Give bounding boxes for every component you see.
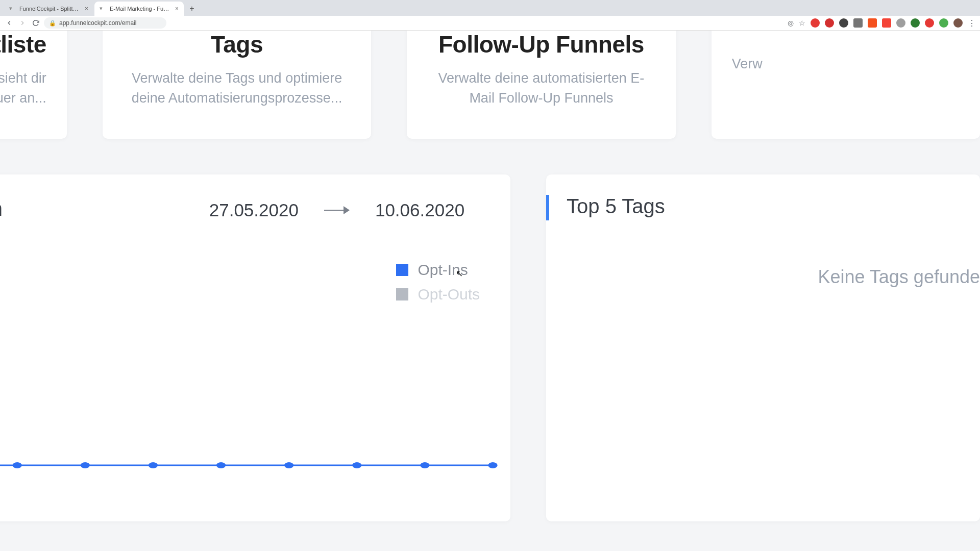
ext-icon[interactable] <box>911 18 920 28</box>
forward-button[interactable] <box>17 18 28 28</box>
card-desc-line: ktliste und sieht dir <box>0 70 46 86</box>
browser-chrome: ▾ FunnelCockpit - Splittests, M… × ▾ E-M… <box>0 0 980 31</box>
date-range-picker[interactable]: 27.05.2020 10.06.2020 <box>0 200 480 220</box>
date-from: 27.05.2020 <box>209 200 299 220</box>
svg-point-10 <box>352 462 361 468</box>
empty-state-text: Keine Tags gefunde <box>577 266 980 288</box>
tab-strip: ▾ FunnelCockpit - Splittests, M… × ▾ E-M… <box>0 0 980 16</box>
lock-icon: 🔒 <box>49 20 56 27</box>
card-desc: Verwalte deine Tags und optimiere deine … <box>123 68 351 108</box>
ext-icon[interactable] <box>811 18 820 28</box>
svg-point-11 <box>420 462 429 468</box>
cards-row: tliste ktliste und sieht dir enauer an..… <box>0 31 980 139</box>
panel-title-fragment: n <box>0 197 3 220</box>
star-icon[interactable]: ☆ <box>799 19 805 27</box>
card-title: Tags <box>123 31 351 58</box>
svg-point-9 <box>284 462 293 468</box>
svg-point-7 <box>149 462 158 468</box>
ext-icon[interactable] <box>825 18 834 28</box>
reload-button[interactable] <box>31 18 41 28</box>
card-followup-funnels[interactable]: Follow-Up Funnels Verwalte deine automat… <box>407 31 675 139</box>
menu-icon[interactable]: ⋮ <box>968 18 976 28</box>
card-desc: Verwalte deine automatisierten E-Mail Fo… <box>427 68 655 108</box>
legend-item-optouts[interactable]: Opt-Outs <box>396 286 480 303</box>
svg-point-12 <box>488 462 497 468</box>
address-bar: 🔒 app.funnelcockpit.com/email ◎ ☆ ⋮ <box>0 16 980 30</box>
ext-icon[interactable] <box>839 18 848 28</box>
legend-label: Opt-Ins <box>418 261 468 279</box>
url-text: app.funnelcockpit.com/email <box>59 19 136 27</box>
ext-icon[interactable] <box>868 18 877 28</box>
date-to: 10.06.2020 <box>375 200 464 220</box>
avatar[interactable] <box>953 18 963 28</box>
opt-in-chart-panel: n 27.05.2020 10.06.2020 Opt-Ins Opt-Outs <box>0 174 510 521</box>
card-title: Follow-Up Funnels <box>427 31 655 58</box>
ext-icon[interactable] <box>853 18 863 28</box>
arrow-right-icon <box>324 205 350 215</box>
ext-icon[interactable] <box>882 18 891 28</box>
svg-point-8 <box>216 462 226 468</box>
ext-icon[interactable] <box>939 18 948 28</box>
top-tags-panel: Top 5 Tags Keine Tags gefunde <box>546 174 980 521</box>
card-right-partial[interactable]: Verw <box>712 31 980 139</box>
tab-label: FunnelCockpit - Splittests, M… <box>19 6 81 12</box>
new-tab-button[interactable]: + <box>185 2 199 16</box>
chart-legend: Opt-Ins Opt-Outs <box>396 261 480 303</box>
card-desc-line: enauer an... <box>0 90 46 106</box>
svg-point-5 <box>12 462 21 468</box>
legend-label: Opt-Outs <box>418 286 480 303</box>
card-tags[interactable]: Tags Verwalte deine Tags und optimiere d… <box>103 31 371 139</box>
app-page: tliste ktliste und sieht dir enauer an..… <box>0 31 980 551</box>
url-field[interactable]: 🔒 app.funnelcockpit.com/email <box>44 17 166 29</box>
extension-icons: ◎ ☆ ⋮ <box>788 18 976 28</box>
optin-line-chart <box>0 460 495 470</box>
panel-title: Top 5 Tags <box>567 195 949 218</box>
site-info-icon[interactable]: ◎ <box>788 19 794 27</box>
funnel-favicon-icon: ▾ <box>100 5 107 12</box>
card-title: tliste <box>0 31 46 58</box>
card-desc: Verw <box>732 54 960 74</box>
accent-bar <box>546 195 549 220</box>
tab-email-marketing[interactable]: ▾ E-Mail Marketing - FunnelCoc… × <box>94 2 184 16</box>
card-kontaktliste[interactable]: tliste ktliste und sieht dir enauer an..… <box>0 31 67 139</box>
close-icon[interactable]: × <box>85 5 88 12</box>
square-icon <box>396 288 408 300</box>
square-icon <box>396 264 408 276</box>
panels-row: n 27.05.2020 10.06.2020 Opt-Ins Opt-Outs <box>0 174 980 521</box>
ext-icon[interactable] <box>925 18 934 28</box>
svg-point-6 <box>81 462 90 468</box>
tab-label: E-Mail Marketing - FunnelCoc… <box>110 6 171 12</box>
back-button[interactable] <box>4 18 14 28</box>
ext-icon[interactable] <box>896 18 905 28</box>
tab-splittests[interactable]: ▾ FunnelCockpit - Splittests, M… × <box>4 2 93 16</box>
legend-item-optins[interactable]: Opt-Ins <box>396 261 480 279</box>
funnel-favicon-icon: ▾ <box>9 5 16 12</box>
close-icon[interactable]: × <box>175 5 179 12</box>
